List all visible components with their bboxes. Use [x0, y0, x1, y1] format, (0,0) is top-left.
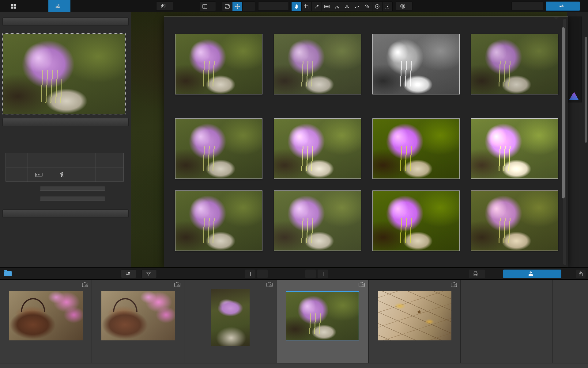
histogram-curve: [569, 92, 579, 100]
chain-points-tool[interactable]: [332, 2, 342, 11]
navigator-preview[interactable]: [3, 34, 125, 114]
split-preview-tool[interactable]: [200, 2, 210, 11]
filmstrip-item[interactable]: [92, 280, 184, 363]
preset-item[interactable]: [372, 34, 460, 104]
preset-thumbnail: [175, 190, 262, 251]
preset-item[interactable]: [471, 118, 558, 189]
author-field[interactable]: [40, 186, 105, 191]
move-zoom-panel-header[interactable]: [2, 17, 129, 25]
filmstrip-item-selected[interactable]: [277, 280, 369, 363]
preset-label: [471, 99, 558, 104]
eyedropper-tool[interactable]: [312, 2, 322, 11]
thumbnail-status-icon: [450, 282, 457, 288]
move-icon: [235, 4, 240, 9]
export-to-disk-button[interactable]: [503, 270, 561, 278]
freehand-points-tool[interactable]: [352, 2, 362, 11]
compare-button[interactable]: [156, 2, 173, 11]
hand-tool[interactable]: [292, 2, 301, 11]
thumbnail-image: [286, 291, 359, 340]
preset-thumbnail: [274, 118, 361, 179]
exif-panel-header[interactable]: [2, 118, 129, 126]
local-adjustments-button[interactable]: [396, 2, 413, 11]
flash-off-icon: [50, 167, 73, 182]
folder-icon: [4, 271, 12, 276]
print-button[interactable]: [469, 270, 485, 278]
preset-label: [372, 183, 460, 189]
horizon-icon: [324, 4, 330, 9]
preset-item[interactable]: [471, 34, 558, 104]
filmstrip: [0, 280, 588, 363]
one-to-one-tool[interactable]: [243, 2, 255, 11]
preset-thumbnail: [471, 34, 558, 94]
presets-scrollbar-thumb[interactable]: [562, 27, 565, 198]
preset-item[interactable]: [274, 190, 361, 251]
previous-image-button[interactable]: [257, 270, 268, 278]
polygon-points-tool[interactable]: [342, 2, 352, 11]
preset-item[interactable]: [175, 34, 262, 104]
sort-button[interactable]: [121, 270, 136, 278]
control-points-icon: [385, 4, 390, 9]
left-sidebar: [0, 12, 131, 267]
filmstrip-empty-area: [553, 280, 588, 363]
preset-grid-partial: [175, 190, 554, 251]
exposure-mode-value: [6, 167, 28, 182]
preset-item[interactable]: [175, 118, 262, 189]
filmstrip-item[interactable]: [369, 280, 461, 363]
patch-icon: [364, 4, 370, 9]
filmstrip-toolbar: [0, 267, 588, 280]
first-image-button[interactable]: [245, 270, 255, 278]
right-panel-scrollbar[interactable]: [585, 37, 587, 143]
move-tool[interactable]: [232, 2, 242, 11]
redeye-tool[interactable]: [372, 2, 382, 11]
split-preview-icon: [202, 4, 208, 9]
photolab-window: [0, 0, 588, 368]
share-icon: [578, 271, 583, 277]
preset-section-header[interactable]: [170, 22, 554, 31]
preset-editor-panel-header[interactable]: [2, 209, 129, 217]
top-toolbar: [0, 0, 588, 12]
polygon-points-icon: [344, 4, 350, 9]
control-points-tool[interactable]: [383, 2, 392, 11]
filter-button[interactable]: [141, 270, 157, 278]
horizon-tool[interactable]: [322, 2, 332, 11]
focal-length-value: [96, 153, 123, 167]
preset-item[interactable]: [372, 190, 460, 251]
filmstrip-item[interactable]: [184, 280, 277, 363]
reset-button[interactable]: [511, 2, 543, 11]
preset-grid: [175, 118, 554, 189]
preset-label: [471, 183, 558, 189]
preset-item[interactable]: [175, 190, 262, 251]
last-image-button[interactable]: [318, 270, 328, 278]
thumbnail-status-icon: [82, 282, 89, 288]
copyright-field[interactable]: [40, 196, 105, 201]
filmstrip-item[interactable]: [0, 280, 92, 363]
share-button[interactable]: [576, 270, 586, 278]
split-preview-caret[interactable]: [210, 2, 216, 11]
chain-points-icon: [334, 4, 340, 9]
filter-icon: [146, 271, 151, 276]
preset-thumbnail: [175, 118, 262, 179]
filmstrip-bottom-strip: [0, 363, 588, 368]
preset-section-header[interactable]: [170, 106, 554, 115]
preset-item[interactable]: [274, 34, 361, 104]
presets-scrollbar-track[interactable]: [563, 19, 566, 265]
hand-icon: [294, 4, 299, 9]
preset-thumbnail: [471, 118, 558, 179]
preset-item[interactable]: [372, 118, 460, 189]
aperture-value: [28, 153, 50, 167]
fit-screen-icon: [224, 4, 230, 9]
preset-item[interactable]: [274, 118, 361, 189]
preset-item[interactable]: [471, 190, 558, 251]
presets-button[interactable]: [546, 2, 580, 11]
preset-label: [175, 183, 262, 189]
eyedropper-icon: [314, 4, 319, 9]
thumbnail-image: [101, 291, 175, 340]
tab-organize[interactable]: [4, 0, 26, 12]
patch-tool[interactable]: [362, 2, 372, 11]
crop-tool[interactable]: [302, 2, 311, 11]
next-image-button[interactable]: [305, 270, 316, 278]
tab-customize[interactable]: [48, 0, 70, 12]
preset-label: [274, 99, 361, 104]
fit-screen-tool[interactable]: [222, 2, 232, 11]
zoom-level-select[interactable]: [258, 2, 289, 11]
